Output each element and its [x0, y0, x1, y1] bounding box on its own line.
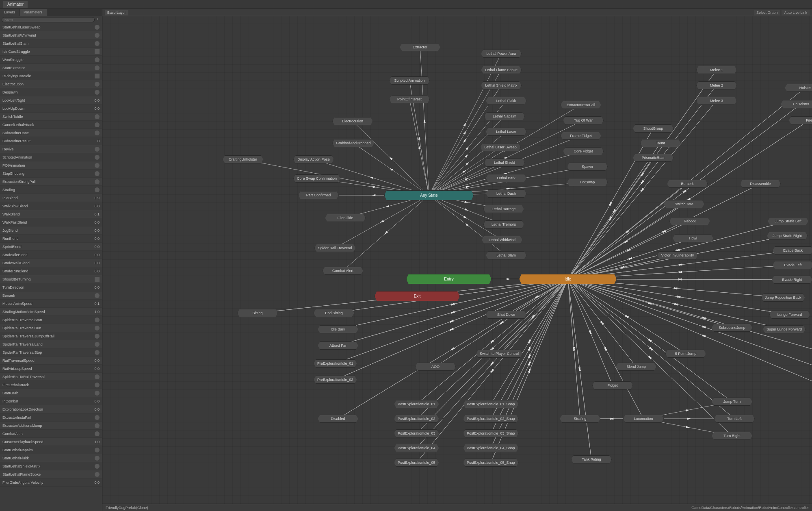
state-node[interactable]: 5 Point Jump: [665, 350, 706, 358]
parameter-trigger-dot[interactable]: [95, 155, 100, 160]
select-graph-button[interactable]: Select Graph: [754, 10, 780, 15]
state-node[interactable]: Tank Riding: [571, 455, 612, 463]
state-node[interactable]: CraftingUnholster: [223, 155, 263, 163]
parameter-row[interactable]: StartLethalFlameSpoke: [0, 470, 102, 478]
parameter-value[interactable]: 0: [82, 139, 100, 143]
parameter-row[interactable]: StartLethalLaserSweep: [0, 23, 102, 31]
parameter-row[interactable]: WonStruggle: [0, 56, 102, 64]
state-node[interactable]: Berserk: [667, 180, 708, 188]
state-node[interactable]: Lethal Laser Sweep: [480, 143, 521, 151]
state-node[interactable]: Attract Far: [318, 341, 358, 350]
parameter-value[interactable]: 0.0: [82, 285, 100, 289]
parameter-row[interactable]: SwitchToIdle: [0, 113, 102, 121]
state-node[interactable]: Strafing: [560, 415, 600, 423]
state-node[interactable]: Evade Right: [772, 276, 812, 284]
parameter-trigger-dot[interactable]: [95, 33, 100, 38]
parameter-bool-checkbox[interactable]: [95, 74, 100, 78]
state-node[interactable]: Fire: [789, 116, 812, 124]
parameter-value[interactable]: 1.0: [82, 440, 100, 444]
state-node[interactable]: Frame Fidget: [561, 132, 601, 140]
parameter-row[interactable]: Revive: [0, 145, 102, 153]
parameter-row[interactable]: SpiderRailTraversalStop: [0, 348, 102, 357]
parameters-list[interactable]: StartLethalLaserSweepStartLethalWhirlwin…: [0, 23, 102, 511]
state-node[interactable]: Core Fidget: [563, 147, 604, 155]
parameter-row[interactable]: POIAnimation: [0, 161, 102, 170]
state-node[interactable]: Scripted Animation: [389, 76, 430, 85]
parameter-value[interactable]: 0.0: [82, 220, 100, 224]
state-node[interactable]: HotSwap: [567, 178, 608, 186]
parameter-value[interactable]: 0.0: [82, 253, 100, 257]
parameter-trigger-dot[interactable]: [95, 65, 100, 70]
parameter-value[interactable]: 0.0: [82, 407, 100, 411]
state-node[interactable]: Switch to Player Control: [476, 350, 522, 358]
parameter-trigger-dot[interactable]: [95, 293, 100, 298]
parameter-row[interactable]: IsInCoreStruggle: [0, 48, 102, 56]
state-node[interactable]: Part Confirmed: [298, 191, 339, 199]
parameter-row[interactable]: CombatAlert: [0, 430, 102, 438]
parameter-value[interactable]: 0.0: [82, 98, 100, 102]
parameter-row[interactable]: InCombat0.0: [0, 397, 102, 405]
parameter-row[interactable]: LookLeftRight0.0: [0, 96, 102, 104]
parameter-trigger-dot[interactable]: [95, 187, 100, 192]
parameter-search-input[interactable]: [2, 17, 95, 22]
parameter-row[interactable]: SubroutineResult0: [0, 137, 102, 145]
parameter-trigger-dot[interactable]: [95, 163, 100, 168]
parameter-row[interactable]: ExtractorAdditionalJump: [0, 422, 102, 430]
state-node[interactable]: Holster: [785, 84, 812, 92]
parameter-trigger-dot[interactable]: [95, 383, 100, 387]
state-node[interactable]: Super Lunge Forward: [763, 325, 806, 333]
state-node[interactable]: Lethal Flakk: [486, 97, 526, 105]
parameter-value[interactable]: 0.1: [82, 302, 100, 306]
parameter-row[interactable]: TurnDirection0.0: [0, 283, 102, 291]
parameter-row[interactable]: FireLethalAttack: [0, 381, 102, 389]
state-node[interactable]: Tug Of War: [563, 116, 604, 124]
state-node[interactable]: Reboot: [669, 217, 710, 225]
state-node[interactable]: Lethal Shield Matrix: [481, 81, 522, 89]
parameter-row[interactable]: ExtractionStrongPull: [0, 178, 102, 186]
parameter-row[interactable]: SpiderRailTraversalJumpOffRail: [0, 332, 102, 340]
state-node[interactable]: PointOfInterest: [389, 95, 430, 103]
parameter-trigger-dot[interactable]: [95, 464, 100, 469]
state-node[interactable]: Lethal Barrage: [483, 205, 524, 213]
parameter-row[interactable]: WalkBlend0.1: [0, 210, 102, 218]
parameter-value[interactable]: 0.0: [82, 359, 100, 363]
parameter-trigger-dot[interactable]: [95, 415, 100, 420]
parameter-row[interactable]: CutscenePlaybackSpeed1.0: [0, 438, 102, 446]
parameter-trigger-dot[interactable]: [95, 326, 100, 331]
state-node[interactable]: PostExplorationIdle_02: [394, 415, 439, 423]
state-node[interactable]: Evade Back: [773, 246, 812, 254]
state-node[interactable]: Disassemble: [740, 180, 781, 188]
parameter-value[interactable]: 0.0: [82, 269, 100, 273]
state-node[interactable]: Lethal Power Aura: [481, 50, 522, 58]
state-node[interactable]: PostExplorationIdle_05: [394, 459, 439, 467]
state-node[interactable]: Jump Strafe Right: [767, 232, 808, 240]
state-node[interactable]: SubroutineJump: [712, 324, 752, 332]
node-exit[interactable]: Exit: [375, 291, 460, 301]
state-node[interactable]: UnHolster: [781, 100, 812, 108]
parameter-row[interactable]: SubroutineDone: [0, 129, 102, 137]
parameter-trigger-dot[interactable]: [95, 448, 100, 452]
state-node[interactable]: Lethal Shield: [484, 159, 525, 167]
parameter-row[interactable]: StrafeWalkBlend0.0: [0, 259, 102, 267]
state-node[interactable]: Shut Down: [486, 311, 526, 319]
state-node[interactable]: Melee 3: [696, 97, 737, 105]
state-node[interactable]: Lethal Bark: [486, 174, 526, 182]
state-node[interactable]: PostExplorationIdle_01: [394, 400, 439, 408]
parameter-row[interactable]: MotionAnimSpeed0.1: [0, 300, 102, 308]
state-node[interactable]: PostExplorationIdle_03_Snap: [463, 429, 519, 437]
parameter-row[interactable]: ScriptedAnimation: [0, 153, 102, 161]
parameter-value[interactable]: 0.1: [82, 212, 100, 216]
node-idle[interactable]: Idle: [519, 274, 617, 284]
state-node[interactable]: AOO: [415, 363, 456, 371]
parameter-value[interactable]: 0.0: [82, 245, 100, 249]
parameter-trigger-dot[interactable]: [95, 41, 100, 46]
parameter-row[interactable]: SpiderRailTraversalLand: [0, 340, 102, 348]
node-any-state[interactable]: Any State: [384, 190, 474, 200]
state-node[interactable]: Spider Rail Traversal: [314, 244, 356, 252]
parameter-value[interactable]: 0.0: [82, 204, 100, 208]
state-node[interactable]: Evade Left: [773, 261, 812, 269]
parameter-value[interactable]: 0.0: [82, 481, 100, 485]
parameter-trigger-dot[interactable]: [95, 317, 100, 322]
state-node[interactable]: Lethal Whirlwind: [482, 236, 522, 244]
parameter-row[interactable]: Berserk: [0, 291, 102, 300]
